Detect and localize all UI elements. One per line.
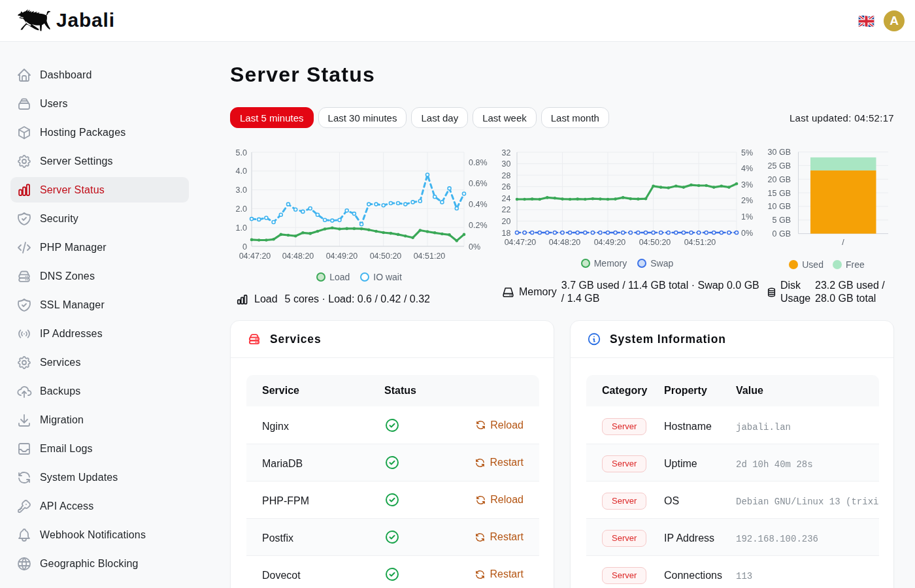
svg-text:3.0: 3.0 [236, 186, 247, 195]
svg-text:1.0: 1.0 [236, 223, 247, 233]
svg-text:5%: 5% [741, 148, 753, 157]
svg-text:28: 28 [502, 171, 511, 180]
svg-text:04:51:20: 04:51:20 [684, 238, 716, 247]
svg-text:26: 26 [502, 182, 511, 191]
svg-text:04:49:20: 04:49:20 [326, 252, 358, 261]
svg-text:3%: 3% [741, 180, 753, 189]
svg-text:20: 20 [502, 217, 511, 226]
svg-text:0%: 0% [741, 229, 753, 238]
svg-text:0.4%: 0.4% [469, 200, 488, 209]
svg-text:04:47:20: 04:47:20 [239, 252, 271, 261]
svg-text:04:48:20: 04:48:20 [549, 238, 581, 247]
svg-text:25 GB: 25 GB [768, 161, 791, 171]
svg-text:5 GB: 5 GB [773, 216, 791, 225]
svg-text:0.6%: 0.6% [469, 179, 488, 188]
svg-text:2%: 2% [741, 196, 753, 205]
svg-text:0: 0 [242, 242, 247, 252]
svg-text:18: 18 [502, 229, 511, 238]
svg-text:32: 32 [502, 148, 511, 157]
svg-text:04:48:20: 04:48:20 [282, 252, 314, 261]
svg-text:04:51:20: 04:51:20 [414, 252, 446, 261]
svg-text:15 GB: 15 GB [768, 189, 791, 198]
svg-text:/: / [842, 238, 844, 247]
svg-text:30 GB: 30 GB [768, 148, 791, 157]
svg-text:04:50:20: 04:50:20 [639, 238, 671, 247]
svg-text:5.0: 5.0 [236, 148, 247, 157]
svg-text:24: 24 [502, 194, 511, 203]
svg-text:04:50:20: 04:50:20 [370, 252, 402, 261]
svg-text:1%: 1% [741, 212, 753, 221]
svg-text:10 GB: 10 GB [768, 202, 791, 211]
svg-text:22: 22 [502, 205, 511, 214]
svg-text:04:49:20: 04:49:20 [594, 238, 626, 247]
svg-text:30: 30 [502, 159, 511, 169]
svg-text:0.8%: 0.8% [469, 158, 488, 167]
svg-text:04:47:20: 04:47:20 [505, 238, 537, 247]
svg-text:20 GB: 20 GB [768, 175, 791, 184]
svg-text:0 GB: 0 GB [773, 229, 791, 238]
svg-text:4.0: 4.0 [236, 167, 247, 176]
svg-text:0%: 0% [469, 242, 480, 252]
svg-text:0.2%: 0.2% [469, 221, 488, 230]
svg-text:2.0: 2.0 [236, 204, 247, 214]
svg-text:4%: 4% [741, 164, 753, 173]
